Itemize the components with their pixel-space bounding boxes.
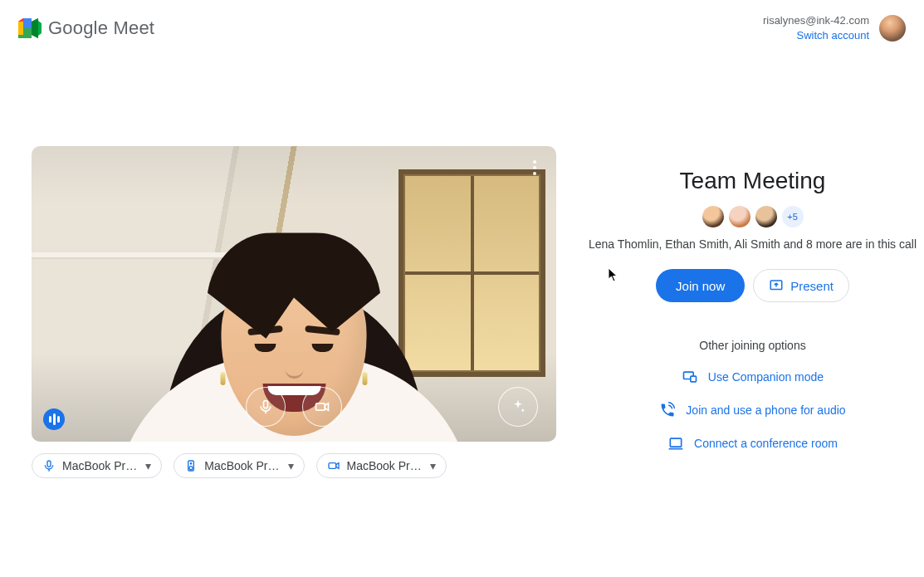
conference-room-label: Connect a conference room [694, 437, 838, 450]
svg-point-11 [189, 467, 193, 470]
svg-rect-3 [23, 28, 32, 38]
svg-rect-7 [316, 403, 325, 410]
svg-rect-13 [329, 463, 336, 469]
conference-room-link[interactable]: Connect a conference room [667, 435, 838, 452]
account-block: risalynes@ink-42.com Switch account [763, 13, 906, 42]
svg-rect-0 [18, 22, 23, 35]
camera-device-label: MacBook Pr… [347, 459, 422, 472]
mic-device-selector[interactable]: MacBook Pr… ▾ [32, 453, 162, 478]
account-email: risalynes@ink-42.com [763, 13, 869, 28]
device-selectors: MacBook Pr… ▾ MacBook Pr… ▾ MacBook Pr… … [32, 453, 556, 478]
svg-rect-8 [47, 461, 51, 467]
mic-device-label: MacBook Pr… [62, 459, 137, 472]
present-button[interactable]: Present [753, 269, 849, 302]
self-preview-video [32, 146, 556, 442]
participants-summary: Lena Thomlin, Ethan Smith, Ali Smith and… [589, 237, 917, 251]
chevron-down-icon: ▾ [288, 459, 294, 472]
camera-icon [314, 399, 330, 415]
preview-column: MacBook Pr… ▾ MacBook Pr… ▾ MacBook Pr… … [32, 146, 556, 478]
chevron-down-icon: ▾ [430, 459, 436, 472]
speaker-icon [184, 459, 198, 472]
account-avatar[interactable] [879, 15, 906, 42]
svg-rect-17 [670, 438, 681, 447]
visual-effects-button[interactable] [498, 387, 538, 427]
header: Google Meet risalynes@ink-42.com Switch … [0, 0, 924, 46]
camera-device-selector[interactable]: MacBook Pr… ▾ [316, 453, 447, 478]
toggle-mic-button[interactable] [246, 387, 286, 427]
svg-point-12 [191, 463, 192, 464]
participant-avatar [729, 206, 750, 227]
svg-rect-5 [264, 401, 268, 408]
phone-audio-label: Join and use a phone for audio [686, 403, 845, 417]
participant-avatars: +5 [702, 206, 804, 227]
svg-rect-4 [18, 35, 23, 38]
speaking-indicator-icon [43, 408, 65, 430]
brand: Google Meet [18, 17, 154, 39]
svg-rect-16 [691, 376, 697, 382]
camera-icon [327, 459, 340, 472]
companion-mode-link[interactable]: Use Companion mode [682, 369, 824, 385]
more-vertical-icon [533, 159, 536, 177]
svg-rect-2 [23, 18, 32, 28]
mic-icon [257, 399, 274, 415]
present-button-label: Present [790, 279, 834, 293]
join-now-button[interactable]: Join now [656, 269, 745, 302]
participant-overflow-badge[interactable]: +5 [782, 206, 804, 227]
present-to-all-icon [769, 278, 784, 293]
speaker-device-label: MacBook Pr… [204, 459, 279, 472]
toggle-camera-button[interactable] [302, 387, 342, 427]
preview-more-button[interactable] [525, 158, 545, 178]
meeting-panel: Team Meeting +5 Lena Thomlin, Ethan Smit… [581, 146, 924, 478]
main: MacBook Pr… ▾ MacBook Pr… ▾ MacBook Pr… … [0, 46, 924, 478]
conference-room-icon [667, 435, 684, 452]
companion-mode-icon [682, 369, 698, 385]
meeting-title: Team Meeting [680, 168, 826, 194]
brand-text: Google Meet [48, 17, 154, 39]
mic-icon [42, 459, 56, 472]
speaker-device-selector[interactable]: MacBook Pr… ▾ [174, 453, 304, 478]
participant-avatar [755, 206, 777, 227]
phone-audio-link[interactable]: Join and use a phone for audio [659, 402, 845, 418]
phone-audio-icon [659, 402, 676, 418]
participant-avatar [702, 206, 724, 227]
switch-account-link[interactable]: Switch account [763, 28, 869, 43]
other-options-heading: Other joining options [699, 339, 805, 352]
sparkle-icon [510, 399, 526, 415]
google-meet-logo-icon [18, 18, 42, 38]
companion-mode-label: Use Companion mode [708, 370, 824, 384]
chevron-down-icon: ▾ [145, 459, 151, 472]
